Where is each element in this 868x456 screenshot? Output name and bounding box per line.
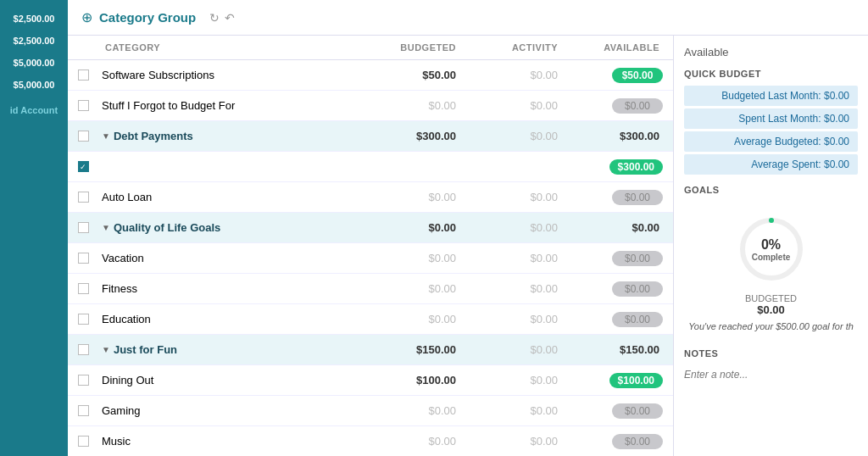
row-checkbox[interactable] (78, 70, 89, 81)
sidebar-account-3[interactable]: $5,000.00 (0, 53, 68, 73)
row-checkbox[interactable] (78, 344, 89, 355)
collapse-arrow-icon[interactable]: ▼ (102, 131, 110, 141)
category-name: Fitness (98, 282, 368, 295)
name-text: Quality of Life Goals (114, 221, 220, 234)
quick-budget-row[interactable]: Average Spent: $0.00 (684, 154, 858, 175)
available-badge-gray: $0.00 (612, 403, 663, 419)
table-row[interactable]: Gaming$0.00$0.00$0.00 (68, 396, 673, 426)
quick-budget-row[interactable]: Spent Last Month: $0.00 (684, 108, 858, 129)
name-text: Education (102, 313, 151, 325)
table-body: Software Subscriptions$50.00$0.00$50.00S… (68, 60, 673, 456)
table-row[interactable]: Auto Loan$0.00$0.00$0.00 (68, 182, 673, 213)
sidebar-account-1[interactable]: $2,500.00 (0, 8, 68, 29)
quick-budget-row[interactable]: Average Budgeted: $0.00 (684, 131, 858, 152)
group-name: ▼ Debt Payments (98, 130, 368, 142)
budget-area: CATEGORY BUDGETED ACTIVITY AVAILABLE Sof… (68, 36, 868, 456)
row-checkbox[interactable] (78, 436, 89, 447)
collapse-arrow-icon[interactable]: ▼ (102, 223, 110, 232)
available-cell: $50.00 (571, 68, 673, 83)
table-row[interactable]: Fitness$0.00$0.00$0.00 (68, 274, 673, 304)
row-checkbox[interactable] (78, 161, 89, 172)
header-bar: ⊕ Category Group ↻ ↶ (68, 0, 868, 36)
table-row[interactable]: Stuff I Forgot to Budget For$0.00$0.00$0… (68, 91, 673, 121)
collapse-arrow-icon[interactable]: ▼ (102, 345, 110, 354)
available-cell: $0.00 (571, 434, 673, 449)
table-row[interactable]: Dining Out$100.00$0.00$100.00 (68, 365, 673, 396)
row-checkbox-cell (68, 314, 98, 325)
activity-cell: $0.00 (470, 282, 571, 295)
activity-cell: $0.00 (470, 130, 571, 142)
column-headers: CATEGORY BUDGETED ACTIVITY AVAILABLE (68, 36, 673, 60)
header-available: AVAILABLE (571, 42, 673, 53)
activity-cell: $0.00 (470, 221, 571, 234)
activity-cell: $0.00 (470, 374, 571, 386)
budgeted-cell: $0.00 (368, 252, 470, 264)
row-checkbox-cell (68, 253, 98, 264)
quick-budget-title: QUICK BUDGET (684, 69, 858, 79)
budgeted-cell: $0.00 (368, 282, 470, 295)
available-cell: $150.00 (571, 343, 673, 356)
group-name: ▼ Quality of Life Goals (98, 221, 368, 234)
activity-cell: $0.00 (470, 404, 571, 417)
activity-cell: $0.00 (470, 343, 571, 356)
goal-percent-label: 0% Complete (752, 237, 791, 262)
name-text: Stuff I Forgot to Budget For (102, 99, 235, 112)
available-plain: $150.00 (620, 343, 663, 356)
budgeted-cell: $300.00 (368, 160, 470, 173)
undo-icon[interactable]: ↶ (225, 11, 235, 25)
available-badge-green: $50.00 (612, 68, 663, 83)
row-checkbox[interactable] (78, 405, 89, 416)
category-name: Education (98, 313, 368, 325)
row-checkbox[interactable] (78, 375, 89, 386)
table-row[interactable]: Education$0.00$0.00$0.00 (68, 304, 673, 335)
available-badge-gray: $0.00 (612, 190, 663, 205)
notes-input[interactable] (684, 369, 858, 381)
row-checkbox[interactable] (78, 222, 89, 233)
row-checkbox[interactable] (78, 314, 89, 325)
table-row[interactable]: ▼ Quality of Life Goals$0.00$0.00$0.00 (68, 213, 673, 243)
sidebar-account-4[interactable]: $5,000.00 (0, 75, 68, 95)
name-text: Fitness (102, 282, 137, 295)
row-checkbox[interactable] (78, 283, 89, 294)
row-checkbox-cell (68, 283, 98, 294)
table-row[interactable]: ▼ Debt Payments$300.00$0.00$300.00 (68, 121, 673, 152)
available-plain: $300.00 (620, 130, 663, 142)
row-checkbox[interactable] (78, 253, 89, 264)
refresh-icon[interactable]: ↻ (209, 11, 220, 25)
table-row[interactable]: Vacation$0.00$0.00$0.00 (68, 243, 673, 274)
table-row[interactable]: Music$0.00$0.00$0.00 (68, 426, 673, 456)
category-name: Auto Loan (98, 191, 368, 203)
name-text: Music (102, 435, 131, 448)
header-category: CATEGORY (98, 42, 368, 53)
budgeted-cell: $150.00 (368, 343, 470, 356)
category-group-icon: ⊕ (81, 9, 92, 25)
name-text: Auto Loan (102, 191, 152, 203)
budgeted-cell: $0.00 (368, 404, 470, 417)
right-panel: Available QUICK BUDGET Budgeted Last Mon… (673, 36, 868, 456)
table-row[interactable]: Student Loan$300.00$0.00$300.00 (68, 152, 673, 182)
available-badge-gray: $0.00 (612, 434, 663, 449)
row-checkbox[interactable] (78, 192, 89, 203)
category-name: Dining Out (98, 374, 368, 386)
row-checkbox[interactable] (78, 131, 89, 142)
available-badge-gray: $0.00 (612, 281, 663, 297)
header-activity: ACTIVITY (470, 42, 571, 53)
row-checkbox-cell (68, 222, 98, 233)
budgeted-cell: $0.00 (368, 99, 470, 112)
sidebar: $2,500.00 $2,500.00 $5,000.00 $5,000.00 … (0, 0, 68, 456)
activity-cell: $0.00 (470, 435, 571, 448)
table-row[interactable]: Software Subscriptions$50.00$0.00$50.00 (68, 60, 673, 91)
table-row[interactable]: ▼ Just for Fun$150.00$0.00$150.00 (68, 335, 673, 365)
header-actions: ↻ ↶ (209, 11, 235, 25)
budget-table: CATEGORY BUDGETED ACTIVITY AVAILABLE Sof… (68, 36, 673, 456)
budgeted-cell: $0.00 (368, 191, 470, 203)
budgeted-cell: $0.00 (368, 435, 470, 448)
row-checkbox-cell (68, 100, 98, 111)
available-badge-gray: $0.00 (612, 98, 663, 114)
sidebar-account-2[interactable]: $2,500.00 (0, 31, 68, 51)
available-badge-green: $300.00 (609, 159, 663, 175)
available-cell: $100.00 (571, 373, 673, 388)
add-account-button[interactable]: id Account (0, 100, 68, 120)
row-checkbox[interactable] (78, 100, 89, 111)
quick-budget-row[interactable]: Budgeted Last Month: $0.00 (684, 86, 858, 106)
